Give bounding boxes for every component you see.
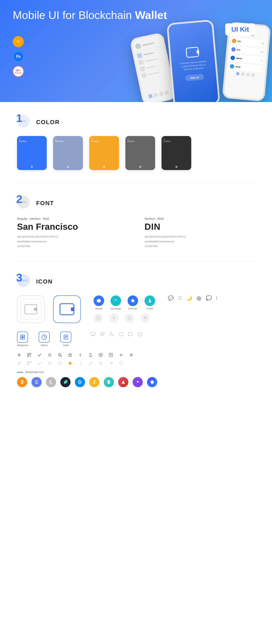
plus-icon — [17, 353, 21, 358]
icon-title: ICON — [36, 278, 53, 285]
sketch-icon — [15, 39, 21, 44]
history-label: History — [40, 344, 48, 346]
blockchain-label: BlockChain Icon — [17, 371, 255, 374]
sf-uppercase: ABCDEFGHIJKLMNOPQRSTUVWXYZ — [17, 234, 128, 239]
svg-point-15 — [128, 316, 131, 319]
blockchain-line — [17, 372, 24, 372]
din-numbers: 1234567890 — [144, 244, 255, 248]
din-font-name: DIN — [144, 222, 255, 232]
svg-point-16 — [145, 316, 146, 318]
color-card-blue: #3574FA — [17, 136, 47, 170]
management-icon-box: Mangment — [17, 332, 28, 346]
profile-label: Profile — [146, 307, 153, 310]
settings-icon — [98, 353, 103, 358]
top-icon-row: Assets Exchange Discover — [17, 296, 255, 323]
signup-button[interactable]: Sign up — [185, 74, 204, 81]
close-icon — [129, 353, 134, 358]
font-number-badge: TWO 2 — [17, 196, 32, 211]
svg-rect-55 — [30, 362, 31, 363]
exchange-arrows-icon — [88, 361, 93, 366]
wallet-icon-mid — [186, 46, 199, 58]
check-icon — [38, 353, 42, 358]
order-icon-svg — [63, 334, 68, 340]
svg-rect-29 — [91, 332, 95, 335]
exchange-label: Exchange — [111, 307, 121, 310]
ps-badge: Ps — [13, 51, 24, 62]
litecoin-icon: Ł — [46, 377, 56, 387]
font-din: Medium · Bold DIN ABCDEFGHIJKLMNOPQRSTUV… — [144, 217, 255, 248]
wallet-blue-icon — [60, 303, 74, 315]
font-san-francisco: Regular · Medium · Bold San Francisco AB… — [17, 217, 128, 248]
color-swatch-orange: #F5A623 — [89, 136, 119, 164]
color-hex-dark: #303030 — [164, 138, 171, 142]
color-hex-orange: #F5A623 — [92, 138, 99, 142]
exchange-ghost-icon — [109, 313, 118, 323]
color-hex-gray: #666666 — [128, 138, 134, 142]
comment-icon — [128, 332, 133, 338]
swap-icon — [119, 353, 123, 358]
svg-point-31 — [119, 332, 123, 336]
share-icon — [88, 353, 93, 358]
sf-font-name: San Francisco — [17, 222, 128, 232]
misc-icons-row-1: 💬 ☰ 🌙 ⬤ 💭 ℹ — [168, 296, 218, 301]
icon-section: THREE 3 ICON — [0, 262, 272, 400]
extra-icons-row — [90, 332, 142, 338]
icon-section-header: THREE 3 ICON — [17, 274, 255, 289]
phone-left-bottom — [146, 90, 171, 99]
ark-icon — [118, 377, 128, 387]
color-card-gray: #666666 — [126, 136, 155, 170]
svg-point-47 — [100, 354, 101, 356]
chevron-left-ghost-icon — [78, 361, 82, 366]
layers-icon — [100, 332, 105, 338]
discover-ghost-icon — [125, 313, 134, 323]
fonts-row: Regular · Medium · Bold San Francisco AB… — [17, 217, 255, 248]
nav-icon-discover: Discover — [128, 296, 138, 310]
bitcoin-icon: ₿ — [17, 377, 27, 387]
phone-mid-screen: Character may be masteredin great moment… — [168, 21, 219, 102]
color-card-grayblue: #8DA0C8 — [53, 136, 83, 170]
order-label: Order — [63, 344, 69, 346]
svg-marker-30 — [100, 332, 104, 334]
color-number-badge: ONE 1 — [17, 115, 32, 130]
stack-icon: ☰ — [178, 296, 182, 301]
wallet-icon-outline-box — [17, 296, 44, 323]
font-section: TWO 2 FONT Regular · Medium · Bold San F… — [0, 183, 272, 261]
feather-coin-icon — [60, 377, 70, 387]
font-number: 2 — [16, 194, 22, 205]
management-label: Mangment — [17, 344, 28, 346]
crescent-icon — [109, 332, 114, 338]
svg-marker-67 — [122, 380, 125, 384]
utility-icons-row-1 — [17, 353, 255, 358]
svg-marker-11 — [97, 299, 101, 303]
info2-icon — [137, 332, 142, 338]
phone-left-row-1 — [135, 39, 161, 50]
din-style-label: Medium · Bold — [144, 217, 255, 220]
list-icon — [48, 353, 52, 358]
profile-ghost-icon — [141, 313, 150, 323]
misc-icons-col: 💬 ☰ 🌙 ⬤ 💭 ℹ — [168, 296, 218, 301]
svg-rect-39 — [28, 355, 29, 357]
color-number: 1 — [16, 113, 22, 124]
color-card-dark: #303030 — [162, 136, 191, 170]
nav-icons-row-2 — [94, 313, 155, 323]
color-dot-dark — [162, 164, 191, 170]
wallet-icon-filled-box — [53, 296, 81, 323]
wallet-outline-icon — [24, 304, 37, 314]
nav-icon-profile: Profile — [144, 296, 155, 310]
color-hex-blue: #3574FA — [19, 138, 26, 142]
sketch-badge — [13, 36, 24, 47]
waves-row: W WAVES 12 — [229, 54, 264, 64]
assets-label: Assets — [95, 307, 102, 310]
scan-icon — [27, 353, 32, 358]
svg-rect-40 — [30, 356, 30, 356]
list-ghost-icon — [48, 361, 52, 366]
scan-ghost-icon — [27, 361, 32, 366]
svg-rect-20 — [23, 337, 25, 339]
nav-icons-row-1: Assets Exchange Discover — [94, 296, 155, 310]
font-section-header: TWO 2 FONT — [17, 196, 255, 211]
mgmt-icons-row: Mangment History — [17, 332, 255, 346]
plus-ghost-icon — [17, 361, 21, 366]
hero-title-regular: Mobile UI for Blockchain — [13, 9, 135, 21]
info-icon: ℹ — [216, 296, 218, 301]
screens-count: 60+ — [16, 69, 21, 72]
